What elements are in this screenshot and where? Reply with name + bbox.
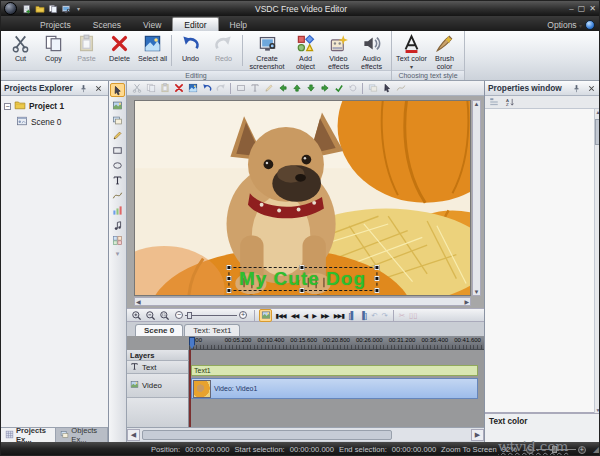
pin-icon[interactable] — [571, 83, 582, 94]
slider-knob[interactable] — [187, 312, 192, 319]
new-project-icon[interactable] — [21, 3, 32, 14]
select-all-icon — [143, 34, 162, 55]
rect-tool-button[interactable] — [110, 143, 125, 157]
options-button[interactable]: Options ▾ — [547, 20, 582, 30]
tree-item-project-1[interactable]: −Project 1 — [2, 98, 107, 114]
menu-tab-view[interactable]: View — [132, 18, 172, 31]
timeline-block-text1[interactable]: Text1 — [191, 365, 478, 376]
quick-access-caret-icon[interactable]: ▾ — [73, 3, 84, 14]
layer-name-video[interactable]: Video — [127, 374, 189, 398]
curve-tool-button[interactable] — [110, 188, 125, 202]
preview-vertical-scrollbar[interactable]: ▲▼ — [472, 100, 481, 296]
app-logo-icon[interactable] — [4, 2, 17, 15]
undo-button[interactable]: Undo — [174, 33, 207, 64]
zoom-in-icon[interactable]: + — [578, 446, 586, 454]
resize-handle[interactable] — [299, 265, 304, 270]
preview-zoom-slider[interactable]: −+ — [175, 311, 247, 319]
pointer-button[interactable] — [380, 82, 393, 95]
arrow-left-green-button[interactable] — [276, 82, 289, 95]
minimize-button[interactable]: – — [569, 4, 573, 13]
note-tool-button[interactable] — [110, 218, 125, 232]
menu-tab-editor[interactable]: Editor — [172, 17, 218, 31]
preview-quality-button[interactable] — [259, 309, 272, 322]
save-project-icon[interactable] — [47, 3, 58, 14]
scene-tab-text-text1[interactable]: Text: Text1 — [184, 324, 240, 336]
rewind-button[interactable]: ◀◀ — [289, 312, 300, 319]
copy-button[interactable]: Copy — [37, 33, 70, 64]
resize-handle[interactable] — [299, 288, 304, 293]
menu-tab-scenes[interactable]: Scenes — [82, 18, 132, 31]
resize-grip[interactable]: ◢ — [593, 445, 598, 454]
tree-item-scene-0[interactable]: Scene 0 — [2, 114, 107, 130]
sprite-tool-button[interactable] — [110, 233, 125, 247]
close-panel-icon[interactable] — [586, 83, 597, 94]
image-tool-button[interactable] — [110, 98, 125, 112]
text-object-selection[interactable]: My Cute Dog — [228, 267, 377, 291]
previous-frame-button[interactable]: ◀ — [302, 312, 309, 319]
zoom-to-screen-button[interactable]: Zoom To Screen — [441, 445, 497, 454]
select-all-button[interactable]: Select all — [136, 33, 169, 64]
resize-handle[interactable] — [374, 288, 379, 293]
menu-tab-projects[interactable]: Projects — [29, 18, 82, 31]
open-project-icon[interactable] — [34, 3, 45, 14]
slider-minus-icon[interactable]: − — [175, 311, 183, 319]
arrow-down-green-button[interactable] — [304, 82, 317, 95]
categorize-icon[interactable] — [488, 97, 499, 108]
menu-tab-help[interactable]: Help — [219, 18, 258, 31]
maximize-button[interactable]: ▢ — [578, 4, 586, 13]
layer-name-text[interactable]: Text — [127, 361, 189, 374]
delete-button[interactable]: Delete — [103, 33, 136, 64]
set-selection-start-button[interactable]: [▌ — [347, 311, 356, 320]
create-screenshot-button[interactable]: Create screenshot — [245, 33, 289, 73]
resize-handle[interactable] — [374, 265, 379, 270]
overlay-text[interactable]: My Cute Dog — [239, 268, 366, 289]
expander-icon[interactable]: − — [4, 103, 11, 110]
ellipse-tool-button[interactable] — [110, 158, 125, 172]
resize-handle[interactable] — [374, 276, 379, 281]
timeline-block-video1[interactable]: Video: Video1 — [191, 378, 478, 399]
slider-plus-icon[interactable]: + — [239, 311, 247, 319]
arrow-right-green-button[interactable] — [318, 82, 331, 95]
pencil-button[interactable] — [110, 128, 125, 142]
set-selection-end-button[interactable]: ▐] — [359, 311, 368, 320]
resize-handle[interactable] — [226, 288, 231, 293]
palette-more-icon[interactable]: ▾ — [116, 250, 120, 258]
cut-button[interactable]: Cut — [4, 33, 37, 64]
timeline-horizontal-scrollbar[interactable]: ◀ ▶ — [127, 427, 484, 441]
zoom-out-button[interactable] — [144, 309, 156, 321]
zoom-region-button[interactable] — [158, 309, 170, 321]
resize-handle[interactable] — [226, 265, 231, 270]
explorer-tab-objects-ex[interactable]: Objects Ex... — [56, 428, 108, 442]
close-panel-icon[interactable] — [93, 83, 104, 94]
next-frame-button[interactable]: ▶▶ — [320, 312, 331, 319]
pointer-button[interactable] — [110, 83, 125, 97]
undo-button[interactable] — [200, 82, 213, 95]
slideshow-tool-button[interactable] — [110, 113, 125, 127]
scroll-right-icon[interactable]: ▶ — [471, 429, 484, 441]
text-color-button[interactable]: Text color▾ — [395, 33, 428, 71]
arrow-up-green-button[interactable] — [290, 82, 303, 95]
pin-icon[interactable] — [78, 83, 89, 94]
sort-az-icon[interactable]: AZ — [504, 97, 515, 108]
explorer-tab-projects-ex[interactable]: Projects Ex... — [1, 428, 56, 442]
resize-handle[interactable] — [226, 276, 231, 281]
text-tool-button[interactable] — [110, 173, 125, 187]
scene-tab-scene-0[interactable]: Scene 0 — [135, 324, 183, 336]
delete-button[interactable] — [172, 82, 185, 95]
chart-tool-button[interactable] — [110, 203, 125, 217]
zoom-in-button[interactable] — [130, 309, 142, 321]
scroll-left-icon[interactable]: ◀ — [127, 429, 140, 441]
preview-horizontal-scrollbar[interactable]: ◀▶ — [134, 297, 471, 306]
go-to-end-button[interactable]: ▶▶▮ — [332, 312, 345, 319]
properties-scrollbar[interactable]: ▲▼ — [594, 109, 600, 413]
go-to-start-button[interactable]: ▮◀◀ — [274, 312, 287, 319]
close-button[interactable]: ✕ — [589, 4, 596, 13]
play-button[interactable]: ▶ — [311, 312, 318, 319]
help-icon[interactable] — [585, 20, 595, 30]
select-all-button[interactable] — [186, 82, 199, 95]
check-green-button[interactable] — [332, 82, 345, 95]
scrollbar-thumb[interactable] — [142, 430, 392, 440]
timeline-ruler[interactable]: 00000:05.20000:10.40000:15.60000:20.8000… — [189, 336, 484, 350]
export-project-icon[interactable] — [60, 3, 71, 14]
properties-scrollbar-thumb[interactable] — [595, 119, 600, 145]
